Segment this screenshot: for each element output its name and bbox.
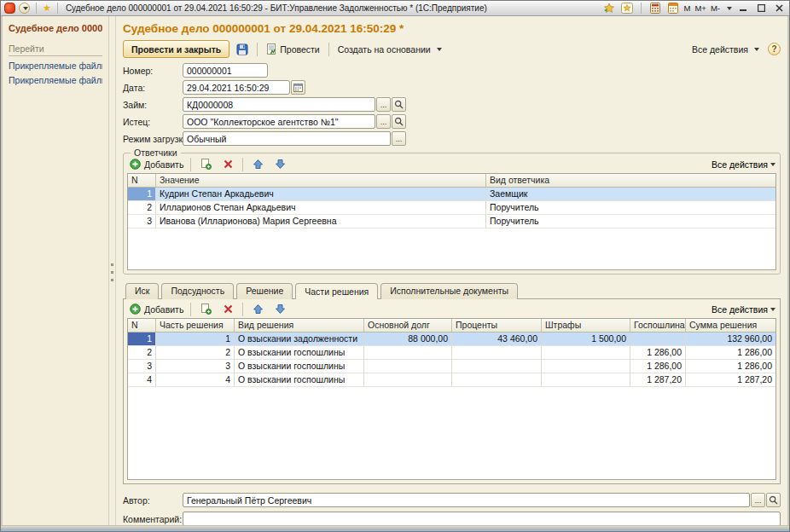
parts-row-4[interactable]: 4 4 О взыскании госпошлины 1 287,20 1 28… xyxy=(128,373,775,387)
parts-move-up-button[interactable] xyxy=(248,301,267,318)
separator xyxy=(242,303,243,316)
respondents-row-3[interactable]: 3 Иванова (Илларионова) Мария Сергеевна … xyxy=(128,215,775,228)
total-amount: 1 286,00 xyxy=(686,346,775,359)
tab-reshenie[interactable]: Решение xyxy=(236,283,293,299)
author-open-button[interactable] xyxy=(766,493,781,507)
respondents-move-up-button[interactable] xyxy=(248,156,267,173)
loan-select-button[interactable]: ... xyxy=(376,97,391,112)
parts-move-down-button[interactable] xyxy=(270,301,289,318)
sidebar-link-attached-files-2[interactable]: Прикрепляемые файлы с... xyxy=(9,75,102,85)
minimize-button[interactable] xyxy=(736,3,750,14)
plaintiff-field[interactable] xyxy=(183,114,375,129)
post-button[interactable]: Провести xyxy=(263,42,322,56)
plaintiff-select-button[interactable]: ... xyxy=(376,114,391,129)
help-button[interactable]: ? xyxy=(768,43,781,55)
all-actions-button[interactable]: Все действия xyxy=(688,43,763,56)
show-favorites-icon[interactable] xyxy=(620,3,634,14)
col-fines: Штрафы xyxy=(542,319,630,332)
respondents-all-actions-button[interactable]: Все действия xyxy=(712,159,775,170)
duty-amount: 1 287,20 xyxy=(630,373,686,386)
arrow-up-icon xyxy=(253,159,264,170)
maximize-button[interactable] xyxy=(754,3,768,14)
author-label: Автор: xyxy=(123,495,183,506)
parts-row-1[interactable]: 1 1 О взыскании задолженности 88 000,00 … xyxy=(128,332,775,346)
total-amount: 1 287,20 xyxy=(686,373,775,386)
calendar-icon[interactable] xyxy=(666,3,680,14)
delete-icon xyxy=(224,159,233,169)
tab-isk[interactable]: Иск xyxy=(125,283,159,299)
add-icon xyxy=(130,304,141,315)
separator xyxy=(242,158,243,171)
row-number: 1 xyxy=(128,188,156,200)
plaintiff-label: Истец: xyxy=(123,117,183,127)
respondents-row-2[interactable]: 2 Илларионов Степан Аркадьевич Поручител… xyxy=(128,201,775,215)
number-field[interactable] xyxy=(183,63,268,78)
respondent-kind: Поручитель xyxy=(486,215,775,228)
parts-row-2[interactable]: 2 2 О взыскании госпошлины 1 286,00 1 28… xyxy=(128,346,775,360)
part-number: 4 xyxy=(156,373,235,386)
window-bottom-frame xyxy=(1,525,789,531)
sidebar-splitter[interactable] xyxy=(109,16,116,525)
number-label: Номер: xyxy=(123,66,183,76)
load-mode-select-button[interactable]: ... xyxy=(392,131,406,146)
decision-kind: О взыскании задолженности xyxy=(235,332,364,345)
respondents-delete-button[interactable] xyxy=(218,156,237,173)
post-button-label: Провести xyxy=(280,44,319,55)
duty-amount: 1 286,00 xyxy=(630,360,686,373)
respondents-move-down-button[interactable] xyxy=(270,156,289,173)
sidebar-document-title: Судебное дело 00000... xyxy=(9,23,102,33)
loan-field[interactable] xyxy=(183,97,375,112)
parts-copy-button[interactable] xyxy=(196,301,215,318)
date-field[interactable] xyxy=(183,80,290,95)
fines-amount xyxy=(542,346,630,359)
parts-row-3[interactable]: 3 3 О взыскании госпошлины 1 286,00 1 28… xyxy=(128,360,775,373)
col-n: N xyxy=(128,174,156,187)
tab-chasti-resheniya[interactable]: Части решения xyxy=(295,283,378,299)
memory-subtract-button[interactable]: M- xyxy=(711,3,720,13)
tab-ispolnitelnye-dokumenty[interactable]: Исполнительные документы xyxy=(380,283,518,299)
author-field[interactable] xyxy=(183,493,750,507)
sidebar-link-attached-files[interactable]: Прикрепляемые файлы xyxy=(9,61,102,71)
memory-add-button[interactable]: M+ xyxy=(694,3,706,13)
create-based-on-button[interactable]: Создать на основании xyxy=(334,43,445,56)
respondent-name: Илларионов Степан Аркадьевич xyxy=(156,201,486,214)
main-panel: Судебное дело 000000001 от 29.04.2021 16… xyxy=(116,16,787,525)
copy-row-icon xyxy=(200,159,212,170)
application-window: ★ Судебное дело 000000001 от 29.04.2021 … xyxy=(0,0,790,532)
comment-field[interactable] xyxy=(183,512,781,525)
close-button[interactable] xyxy=(772,3,786,14)
respondents-table: N Значение Вид ответчика 1 Кудрин Степан… xyxy=(127,173,776,270)
add-favorite-icon[interactable] xyxy=(602,3,616,14)
calendar-picker-icon xyxy=(293,83,303,92)
respondents-add-button[interactable]: Добавить xyxy=(128,158,185,171)
favorites-star-icon[interactable]: ★ xyxy=(43,3,51,13)
memory-recall-button[interactable]: M xyxy=(684,3,691,13)
chevron-down-icon xyxy=(437,48,442,51)
col-value: Значение xyxy=(156,174,486,187)
respondents-row-1[interactable]: 1 Кудрин Степан Аркадьевич Заемщик xyxy=(128,188,775,201)
magnifier-icon xyxy=(394,117,404,126)
part-number: 3 xyxy=(156,360,235,373)
parts-all-actions-button[interactable]: Все действия xyxy=(712,304,775,315)
comment-label: Комментарий: xyxy=(123,514,183,524)
post-and-close-button[interactable]: Провести и закрыть xyxy=(123,40,229,58)
load-mode-field[interactable] xyxy=(183,131,391,146)
interest-amount: 43 460,00 xyxy=(452,332,542,345)
copy-row-icon xyxy=(200,304,212,315)
arrow-up-icon xyxy=(253,304,264,315)
respondent-name: Кудрин Степан Аркадьевич xyxy=(156,188,486,200)
titlebar-overflow-icon[interactable] xyxy=(727,7,732,10)
all-actions-label: Все действия xyxy=(712,304,768,315)
tab-podsudnost[interactable]: Подсудность xyxy=(161,283,234,299)
respondents-copy-button[interactable] xyxy=(196,156,215,173)
author-select-button[interactable]: ... xyxy=(751,493,765,507)
save-button[interactable] xyxy=(233,41,252,58)
system-menu-button[interactable] xyxy=(19,3,30,14)
parts-delete-button[interactable] xyxy=(218,301,237,318)
plaintiff-open-button[interactable] xyxy=(392,114,406,129)
calculator-icon[interactable] xyxy=(648,3,662,14)
date-picker-button[interactable] xyxy=(291,80,305,95)
parts-add-button[interactable]: Добавить xyxy=(128,303,185,315)
delete-icon xyxy=(224,304,233,314)
loan-open-button[interactable] xyxy=(392,97,406,112)
